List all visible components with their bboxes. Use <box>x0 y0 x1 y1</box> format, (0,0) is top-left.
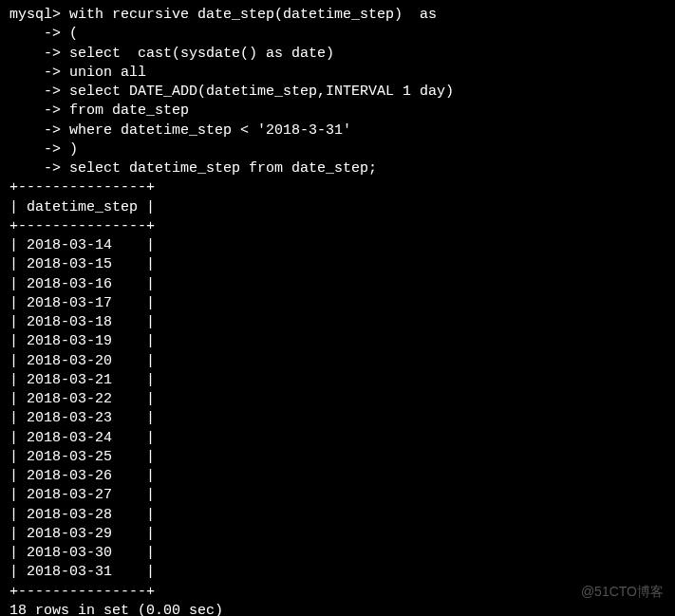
table-row: | 2018-03-22 | <box>9 390 666 409</box>
table-row: | 2018-03-25 | <box>9 448 666 467</box>
result-summary: 18 rows in set (0.00 sec) <box>9 602 666 616</box>
table-row: | 2018-03-14 | <box>9 236 666 255</box>
cont-prompt: -> <box>9 46 61 62</box>
query-line: -> select datetime_step from date_step; <box>9 159 666 178</box>
table-row: | 2018-03-19 | <box>9 332 666 351</box>
cont-prompt: -> <box>9 103 61 119</box>
query-line: -> from date_step <box>9 102 666 121</box>
cont-prompt: -> <box>9 141 61 158</box>
sql-text: union all <box>61 65 146 81</box>
query-line: mysql> with recursive date_step(datetime… <box>9 6 666 25</box>
query-line: -> select cast(sysdate() as date) <box>9 45 666 64</box>
table-border: +---------------+ <box>9 217 666 236</box>
table-row: | 2018-03-18 | <box>9 313 666 332</box>
sql-text: select DATE_ADD(datetime_step,INTERVAL 1… <box>61 84 454 100</box>
table-row: | 2018-03-29 | <box>9 525 666 544</box>
table-row: | 2018-03-17 | <box>9 294 666 313</box>
table-border: +---------------+ <box>9 178 666 197</box>
cont-prompt: -> <box>9 84 61 100</box>
table-row: | 2018-03-24 | <box>9 429 666 448</box>
mysql-prompt: mysql> <box>9 7 61 23</box>
table-row: | 2018-03-15 | <box>9 255 666 274</box>
query-line: -> ( <box>9 25 666 44</box>
watermark: @51CTO博客 <box>581 583 664 601</box>
sql-text: where datetime_step < '2018-3-31' <box>61 122 351 139</box>
table-border: +---------------+ <box>9 583 666 602</box>
table-row: | 2018-03-23 | <box>9 409 666 428</box>
cont-prompt: -> <box>9 65 61 81</box>
table-row: | 2018-03-21 | <box>9 371 666 390</box>
cont-prompt: -> <box>9 26 61 42</box>
table-row: | 2018-03-20 | <box>9 352 666 371</box>
table-row: | 2018-03-28 | <box>9 506 666 525</box>
cont-prompt: -> <box>9 160 61 177</box>
table-row: | 2018-03-31 | <box>9 563 666 582</box>
terminal-output: mysql> with recursive date_step(datetime… <box>9 6 666 616</box>
sql-text: select cast(sysdate() as date) <box>61 46 334 62</box>
table-row: | 2018-03-27 | <box>9 486 666 505</box>
query-line: -> ) <box>9 140 666 159</box>
table-row: | 2018-03-26 | <box>9 467 666 486</box>
query-line: -> where datetime_step < '2018-3-31' <box>9 121 666 140</box>
sql-text: ( <box>61 26 78 42</box>
cont-prompt: -> <box>9 122 61 139</box>
sql-text: select datetime_step from date_step; <box>61 160 377 177</box>
table-row: | 2018-03-30 | <box>9 544 666 563</box>
query-line: -> union all <box>9 64 666 83</box>
table-header: | datetime_step | <box>9 198 666 217</box>
sql-text: ) <box>61 141 78 158</box>
table-row: | 2018-03-16 | <box>9 275 666 294</box>
sql-text: from date_step <box>61 103 189 119</box>
sql-text: with recursive date_step(datetime_step) … <box>61 7 437 23</box>
query-line: -> select DATE_ADD(datetime_step,INTERVA… <box>9 83 666 102</box>
